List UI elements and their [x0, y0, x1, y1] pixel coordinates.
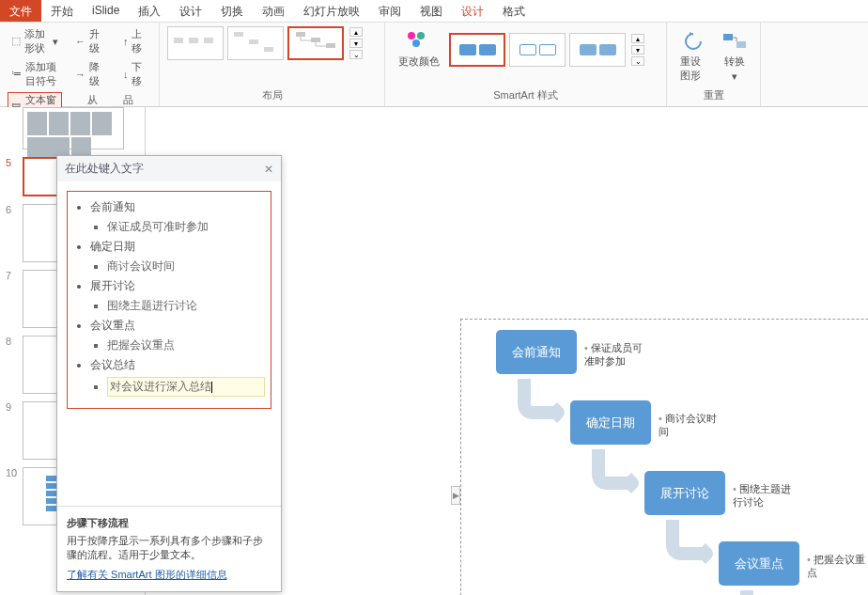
svg-rect-8: [326, 43, 335, 48]
svg-rect-12: [723, 34, 733, 40]
reset-icon: [680, 30, 706, 53]
text-pane-body[interactable]: 会前通知 保证成员可准时参加 确定日期 商讨会议时间 展开讨论 围绕主题进行讨论…: [57, 181, 281, 506]
layout-gallery-down[interactable]: ▾: [349, 39, 363, 48]
svg-point-11: [412, 39, 420, 47]
arrow-icon: [591, 449, 647, 496]
svg-rect-4: [249, 39, 258, 44]
outline-l2[interactable]: 围绕主题进行讨论: [107, 298, 265, 314]
layout-gallery-more[interactable]: ⌄: [349, 50, 363, 59]
outline-l2[interactable]: 商讨会议时间: [107, 258, 265, 274]
outline-l1[interactable]: 会前通知: [90, 199, 265, 215]
smartart-node-1[interactable]: 会前通知: [496, 330, 577, 374]
add-shape-button[interactable]: ⬚添加形状▾: [8, 26, 62, 56]
text-pane-footer: 步骤下移流程 用于按降序显示一系列具有多个步骤和子步骤的流程。适用于少量文本。 …: [57, 506, 281, 591]
smartart-caption-3: • 围绕主题进行讨论: [733, 482, 798, 509]
menu-tabs: 文件 开始 iSlide 插入 设计 切换 动画 幻灯片放映 审阅 视图 设计 …: [0, 0, 868, 23]
footer-link[interactable]: 了解有关 SmartArt 图形的详细信息: [67, 568, 271, 582]
style-option-2[interactable]: [509, 33, 566, 67]
ribbon: ⬚添加形状▾ ≔添加项目符号 ▤文本窗格 ←升级 →降级 ⇄从右向左 ↑上移 ↓…: [0, 23, 868, 107]
text-pane-header: 在此处键入文字 ✕: [57, 156, 281, 181]
text-pane-title: 在此处键入文字: [65, 161, 144, 177]
layout-gallery-up[interactable]: ▴: [349, 27, 363, 37]
group-layout: 布局: [167, 88, 377, 102]
change-color-button[interactable]: 更改颜色: [393, 26, 445, 72]
tab-format[interactable]: 格式: [493, 0, 535, 22]
style-option-3[interactable]: [569, 33, 626, 67]
tab-show[interactable]: 幻灯片放映: [294, 0, 369, 22]
tab-anim[interactable]: 动画: [253, 0, 294, 22]
smartart-node-3[interactable]: 展开讨论: [644, 471, 725, 515]
promote-icon: ←: [75, 36, 85, 47]
smartart-caption-4: • 把握会议重点: [807, 553, 868, 579]
svg-rect-5: [264, 47, 273, 52]
arrow-icon: [665, 520, 721, 567]
tab-insert[interactable]: 插入: [129, 0, 170, 22]
demote-icon: →: [75, 69, 85, 80]
svg-rect-1: [189, 38, 198, 43]
style-gallery-down[interactable]: ▾: [631, 45, 644, 55]
svg-rect-7: [311, 38, 320, 42]
move-up-button[interactable]: ↑上移: [119, 26, 151, 56]
style-option-1[interactable]: [449, 33, 505, 67]
svg-rect-13: [736, 41, 746, 48]
footer-title: 步骤下移流程: [67, 516, 271, 530]
slide-thumb-4[interactable]: [0, 107, 145, 153]
tab-review[interactable]: 审阅: [369, 0, 411, 22]
textpane-expand-button[interactable]: ▶: [451, 486, 460, 505]
up-icon: ↑: [123, 36, 129, 47]
group-reset: 重置: [674, 88, 752, 102]
arrow-icon: [739, 590, 796, 595]
smartart-caption-2: • 商讨会议时间: [659, 412, 724, 438]
dropdown-icon: ▾: [53, 36, 58, 48]
group-smartart-style: SmartArt 样式: [393, 88, 659, 102]
move-down-button[interactable]: ↓下移: [119, 59, 151, 89]
text-pane: 在此处键入文字 ✕ 会前通知 保证成员可准时参加 确定日期 商讨会议时间 展开讨…: [56, 155, 282, 592]
arrow-icon: [517, 379, 573, 426]
promote-button[interactable]: ←升级: [71, 26, 110, 56]
demote-button[interactable]: →降级: [71, 59, 110, 89]
add-shape-icon: ⬚: [11, 35, 21, 48]
smartart-node-4[interactable]: 会议重点: [719, 541, 799, 586]
svg-rect-0: [174, 38, 183, 43]
tab-file[interactable]: 文件: [0, 0, 41, 22]
svg-point-10: [417, 32, 425, 39]
style-gallery-up[interactable]: ▴: [631, 34, 644, 43]
dropdown-icon: ▾: [732, 70, 737, 83]
tab-islide[interactable]: iSlide: [83, 0, 129, 22]
tab-start[interactable]: 开始: [41, 0, 83, 22]
outline-l2-editing[interactable]: 对会议进行深入总结: [107, 377, 265, 397]
svg-rect-2: [204, 38, 213, 43]
layout-option-1[interactable]: [167, 26, 224, 60]
svg-rect-3: [234, 32, 243, 37]
svg-rect-6: [296, 32, 305, 37]
tab-transition[interactable]: 切换: [211, 0, 253, 22]
outline-l1[interactable]: 会议总结: [90, 357, 265, 373]
outline-l2[interactable]: 保证成员可准时参加: [107, 219, 265, 235]
convert-icon: [721, 30, 748, 53]
outline-l2[interactable]: 把握会议重点: [107, 337, 265, 353]
outline-l1[interactable]: 确定日期: [90, 239, 265, 255]
close-icon[interactable]: ✕: [264, 163, 273, 176]
tab-design-tool[interactable]: 设计: [452, 0, 493, 22]
text-outline[interactable]: 会前通知 保证成员可准时参加 确定日期 商讨会议时间 展开讨论 围绕主题进行讨论…: [67, 191, 271, 409]
change-color-icon: [406, 30, 432, 53]
tab-design[interactable]: 设计: [170, 0, 211, 22]
footer-desc: 用于按降序显示一系列具有多个步骤和子步骤的流程。适用于少量文本。: [67, 534, 271, 562]
svg-point-9: [408, 32, 415, 39]
style-gallery-more[interactable]: ⌄: [631, 56, 644, 66]
smartart-node-2[interactable]: 确定日期: [570, 400, 651, 445]
reset-graphic-button[interactable]: 重设图形: [674, 26, 712, 86]
outline-l1[interactable]: 会议重点: [90, 318, 265, 334]
down-icon: ↓: [123, 69, 129, 80]
text-cursor: [211, 382, 212, 393]
convert-button[interactable]: 转换▾: [716, 26, 753, 86]
outline-l1[interactable]: 展开讨论: [90, 278, 265, 294]
tab-view[interactable]: 视图: [411, 0, 452, 22]
layout-option-3[interactable]: [287, 26, 344, 60]
smartart-caption-1: • 保证成员可准时参加: [584, 341, 650, 368]
bullet-icon: ≔: [11, 68, 22, 81]
layout-option-2[interactable]: [227, 26, 284, 60]
add-bullet-button[interactable]: ≔添加项目符号: [8, 59, 62, 89]
